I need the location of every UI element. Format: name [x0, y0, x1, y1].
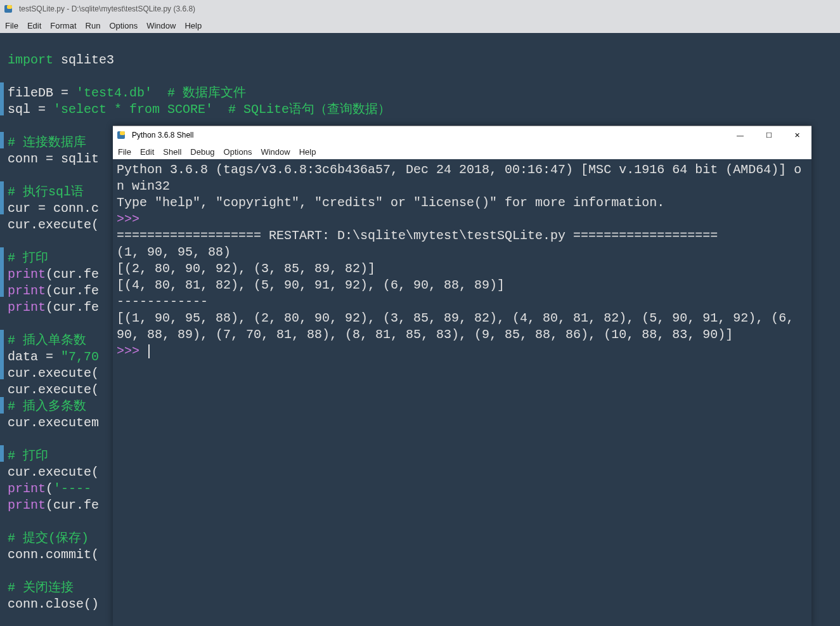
menu-help[interactable]: Help [184, 21, 202, 30]
minimize-button[interactable]: — [726, 126, 754, 144]
code-text: conn.commit( [8, 547, 99, 562]
code-text: print [8, 300, 46, 315]
menu-edit[interactable]: Edit [27, 21, 41, 30]
shell-menubar: File Edit Shell Debug Options Window Hel… [113, 144, 811, 159]
code-text: # 连接数据库 [8, 135, 86, 150]
shell-menu-options[interactable]: Options [224, 147, 252, 157]
editor-title: testSQLite.py - D:\sqlite\mytest\testSQL… [18, 4, 840, 13]
shell-menu-edit[interactable]: Edit [140, 147, 154, 157]
menu-format[interactable]: Format [50, 21, 76, 30]
code-text: print [8, 498, 46, 512]
code-text: conn.close() [8, 597, 99, 611]
code-text: # SQLite语句（查询数据） [213, 102, 391, 117]
menu-window[interactable]: Window [146, 21, 176, 30]
code-text: (cur.fe [46, 498, 99, 512]
shell-menu-file[interactable]: File [118, 147, 131, 157]
editor-menubar: File Edit Format Run Options Window Help [0, 18, 840, 33]
code-text: # 执行sql语 [8, 185, 84, 199]
code-text: # 打印 [8, 251, 48, 265]
code-text: (cur.fe [46, 284, 99, 298]
shell-output: [(2, 80, 90, 92), (3, 85, 89, 82)] [117, 261, 375, 276]
code-text: cur.execute( [8, 366, 99, 381]
shell-menu-debug[interactable]: Debug [190, 147, 214, 157]
code-text: cur.execute( [8, 382, 99, 397]
code-text: sqlite3 [53, 53, 114, 67]
code-text: # 插入单条数 [8, 333, 86, 348]
modified-gutter [0, 132, 4, 148]
code-text: "7,70 [61, 349, 99, 364]
python-file-icon [0, 1, 16, 17]
shell-content[interactable]: Python 3.6.8 (tags/v3.6.8:3c6b436a57, De… [113, 159, 811, 362]
shell-output: [(1, 90, 95, 88), (2, 80, 90, 92), (3, 8… [117, 311, 801, 342]
code-text: sql = [8, 102, 53, 117]
code-text: cur.executem [8, 415, 99, 430]
shell-title: Python 3.6.8 Shell [131, 131, 726, 140]
code-text: import [8, 53, 53, 67]
code-text: # 提交(保存) [8, 531, 89, 545]
code-text: # 数据库文件 [152, 86, 246, 100]
code-text: cur.execute( [8, 465, 99, 479]
code-text: print [8, 481, 46, 496]
close-button[interactable]: ✕ [783, 126, 811, 144]
shell-output: (1, 90, 95, 88) [117, 245, 231, 259]
python-shell-icon [113, 127, 129, 143]
code-text: (cur.fe [46, 300, 99, 315]
shell-output: Type "help", "copyright", "credits" or "… [117, 195, 664, 210]
menu-file[interactable]: File [5, 21, 18, 30]
shell-prompt: >>> [117, 212, 147, 226]
modified-gutter [0, 181, 4, 214]
shell-window: Python 3.6.8 Shell — ☐ ✕ File Edit Shell… [113, 126, 811, 626]
shell-prompt: >>> [117, 344, 147, 358]
code-text: ( [46, 481, 53, 496]
code-text: cur.execute( [8, 218, 99, 232]
svg-rect-1 [7, 5, 12, 9]
shell-menu-shell[interactable]: Shell [163, 147, 181, 157]
code-text: conn = sqlit [8, 152, 99, 166]
code-text: 'test4.db' [76, 86, 152, 100]
modified-gutter [0, 397, 4, 414]
modified-gutter [0, 247, 4, 297]
code-text: data = [8, 349, 61, 364]
shell-menu-window[interactable]: Window [261, 147, 290, 157]
code-text: 'select * from SCORE' [53, 102, 213, 117]
code-text: # 插入多条数 [8, 399, 86, 414]
code-text: (cur.fe [46, 267, 99, 282]
code-text: '---- [53, 481, 91, 496]
code-text: print [8, 284, 46, 298]
menu-run[interactable]: Run [86, 21, 101, 30]
code-text: cur = conn.c [8, 201, 99, 216]
shell-output: Python 3.6.8 (tags/v3.6.8:3c6b436a57, De… [117, 162, 801, 193]
modified-gutter [0, 82, 4, 115]
text-cursor [148, 344, 150, 358]
maximize-button[interactable]: ☐ [754, 126, 783, 144]
shell-titlebar: Python 3.6.8 Shell — ☐ ✕ [113, 126, 811, 144]
code-text: # 打印 [8, 448, 48, 463]
svg-rect-3 [120, 131, 125, 135]
code-text: fileDB = [8, 86, 76, 100]
shell-menu-help[interactable]: Help [299, 147, 316, 157]
shell-output: ------------ [117, 294, 208, 309]
shell-output: =================== RESTART: D:\sqlite\m… [117, 228, 718, 243]
shell-output: [(4, 80, 81, 82), (5, 90, 91, 92), (6, 9… [117, 278, 505, 292]
code-text: print [8, 267, 46, 282]
menu-options[interactable]: Options [109, 21, 138, 30]
code-text: # 关闭连接 [8, 580, 74, 595]
editor-titlebar: testSQLite.py - D:\sqlite\mytest\testSQL… [0, 0, 840, 18]
modified-gutter [0, 445, 4, 462]
modified-gutter [0, 330, 4, 379]
